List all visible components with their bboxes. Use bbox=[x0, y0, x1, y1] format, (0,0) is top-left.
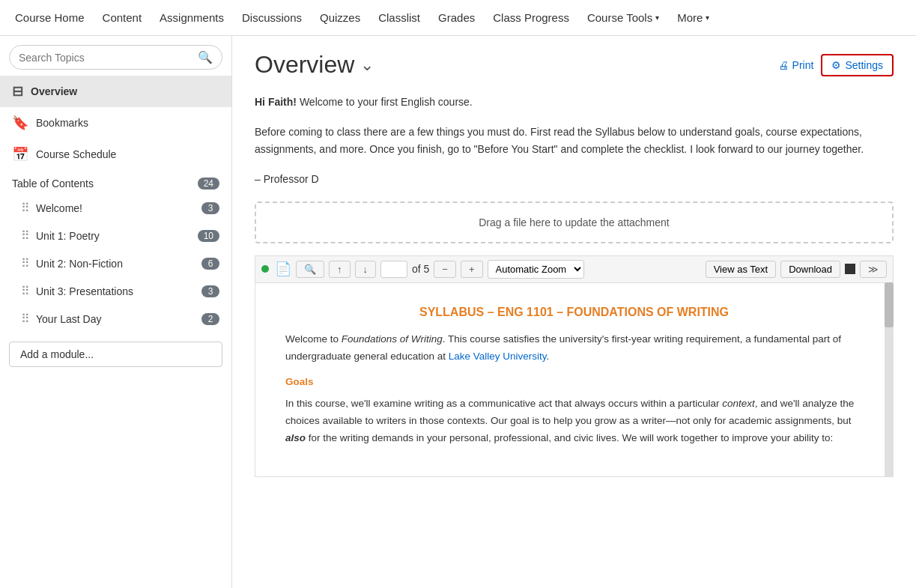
top-navigation: Course Home Content Assignments Discussi… bbox=[0, 0, 916, 36]
zoom-out-button[interactable]: − bbox=[434, 261, 456, 278]
nav-course-home[interactable]: Course Home bbox=[6, 0, 94, 36]
print-button[interactable]: 🖨 Print bbox=[778, 59, 814, 71]
bookmarks-icon: 🔖 bbox=[12, 115, 28, 131]
welcome-message: Hi Faith! Welcome to your first English … bbox=[255, 94, 894, 110]
drag-handle-icon: ⠿ bbox=[21, 256, 30, 270]
drag-handle-icon: ⠿ bbox=[21, 228, 30, 243]
module-item-welcome[interactable]: ⠿ Welcome! 3 bbox=[0, 194, 231, 222]
black-square-icon bbox=[845, 264, 855, 274]
module-item-nonfiction[interactable]: ⠿ Unit 2: Non-Fiction 6 bbox=[0, 249, 231, 277]
sidebar-item-label-schedule: Course Schedule bbox=[36, 148, 116, 160]
goals-heading: Goals bbox=[285, 374, 863, 391]
total-pages-text: of 5 bbox=[412, 263, 429, 275]
settings-button[interactable]: ⚙ Settings bbox=[821, 54, 894, 76]
module-badge-presentations: 3 bbox=[201, 285, 219, 297]
header-actions: 🖨 Print ⚙ Settings bbox=[778, 54, 894, 76]
expand-icon[interactable]: ≫ bbox=[860, 261, 887, 278]
welcome-bold: Hi Faith! bbox=[255, 96, 297, 108]
module-label-welcome: Welcome! bbox=[36, 202, 82, 214]
download-button[interactable]: Download bbox=[780, 261, 840, 278]
nav-course-tools[interactable]: Course Tools ▾ bbox=[578, 0, 668, 36]
module-badge-lastday: 2 bbox=[201, 313, 219, 325]
main-content-area: Overview ⌄ 🖨 Print ⚙ Settings Hi Faith! … bbox=[232, 36, 916, 588]
drop-zone-text: Drag a file here to update the attachmen… bbox=[479, 216, 670, 228]
intro-text: Before coming to class there are a few t… bbox=[255, 124, 894, 157]
module-list: ⠿ Welcome! 3 ⠿ Unit 1: Poetry 10 ⠿ Unit … bbox=[0, 194, 231, 333]
sidebar-item-bookmarks[interactable]: 🔖 Bookmarks bbox=[0, 107, 231, 139]
schedule-icon: 📅 bbox=[12, 146, 28, 163]
nav-content[interactable]: Content bbox=[94, 0, 151, 36]
goals-text-1: In this course, we'll examine writing as… bbox=[285, 398, 722, 409]
zoom-in-button[interactable]: + bbox=[461, 261, 483, 278]
intro-text-1: Welcome to bbox=[285, 333, 342, 345]
pdf-wrapper: SYLLABUS – ENG 1101 – FOUNDATIONS OF WRI… bbox=[255, 282, 894, 477]
module-label-nonfiction: Unit 2: Non-Fiction bbox=[36, 258, 123, 270]
sidebar-nav: ⊟ Overview 🔖 Bookmarks 📅 Course Schedule bbox=[0, 76, 231, 170]
welcome-text: Welcome to your first English course. bbox=[297, 96, 473, 108]
search-input[interactable] bbox=[19, 52, 198, 64]
scroll-down-button[interactable]: ↓ bbox=[355, 261, 377, 278]
drop-zone[interactable]: Drag a file here to update the attachmen… bbox=[255, 201, 894, 243]
module-item-presentations[interactable]: ⠿ Unit 3: Presentations 3 bbox=[0, 277, 231, 305]
print-icon: 🖨 bbox=[778, 59, 789, 71]
signature-block: – Professor D bbox=[255, 171, 894, 187]
scroll-up-button[interactable]: ↑ bbox=[329, 261, 351, 278]
toc-label: Table of Contents bbox=[12, 178, 94, 190]
pdf-intro: Welcome to Foundations of Writing. This … bbox=[285, 331, 863, 366]
drag-handle-icon: ⠿ bbox=[21, 284, 30, 298]
nav-classlist[interactable]: Classlist bbox=[369, 0, 429, 36]
main-layout: 🔍 ⊟ Overview 🔖 Bookmarks 📅 Course Schedu… bbox=[0, 36, 916, 588]
course-tools-arrow-icon: ▾ bbox=[655, 13, 659, 22]
zoom-select[interactable]: Automatic Zoom Actual Size Page Fit Page… bbox=[488, 260, 584, 279]
nav-assignments[interactable]: Assignments bbox=[151, 0, 233, 36]
nav-discussions[interactable]: Discussions bbox=[233, 0, 311, 36]
green-dot-indicator bbox=[261, 265, 269, 273]
view-as-text-button[interactable]: View as Text bbox=[706, 261, 777, 278]
drag-handle-icon: ⠿ bbox=[21, 201, 30, 215]
nav-more[interactable]: More ▾ bbox=[668, 0, 718, 36]
intro-text-3: . bbox=[546, 351, 549, 362]
module-item-lastday[interactable]: ⠿ Your Last Day 2 bbox=[0, 305, 231, 333]
pdf-scrollbar-thumb[interactable] bbox=[885, 282, 894, 327]
nav-grades[interactable]: Grades bbox=[429, 0, 484, 36]
search-button[interactable]: 🔍 bbox=[198, 50, 213, 64]
module-badge-poetry: 10 bbox=[198, 230, 219, 242]
signature-text: – Professor D bbox=[255, 171, 894, 187]
pdf-document-title: SYLLABUS – ENG 1101 – FOUNDATIONS OF WRI… bbox=[285, 306, 863, 319]
toc-badge: 24 bbox=[198, 178, 219, 190]
intro-link: Lake Valley University bbox=[449, 351, 547, 362]
add-module-button[interactable]: Add a module... bbox=[9, 342, 222, 367]
title-chevron-icon[interactable]: ⌄ bbox=[360, 55, 374, 75]
pdf-scrollbar[interactable] bbox=[885, 282, 894, 477]
pdf-toolbar: 📄 🔍 ↑ ↓ 1 of 5 − + Automatic Zoom Actual… bbox=[255, 255, 894, 282]
module-badge-nonfiction: 6 bbox=[201, 258, 219, 270]
module-item-poetry[interactable]: ⠿ Unit 1: Poetry 10 bbox=[0, 222, 231, 249]
goals-end: for the writing demands in your personal… bbox=[306, 432, 833, 443]
sidebar-item-label-bookmarks: Bookmarks bbox=[36, 117, 88, 129]
zoom-search-button[interactable]: 🔍 bbox=[296, 261, 324, 278]
pdf-content: SYLLABUS – ENG 1101 – FOUNDATIONS OF WRI… bbox=[255, 282, 894, 477]
module-label-poetry: Unit 1: Poetry bbox=[36, 230, 100, 242]
nav-class-progress[interactable]: Class Progress bbox=[484, 0, 578, 36]
module-label-lastday: Your Last Day bbox=[36, 313, 101, 325]
nav-quizzes[interactable]: Quizzes bbox=[311, 0, 369, 36]
search-box[interactable]: 🔍 bbox=[9, 45, 222, 70]
intro-paragraph: Before coming to class there are a few t… bbox=[255, 124, 894, 157]
settings-gear-icon: ⚙ bbox=[831, 59, 841, 71]
module-label-presentations: Unit 3: Presentations bbox=[36, 285, 133, 297]
page-number-input[interactable]: 1 bbox=[380, 261, 407, 278]
drag-handle-icon: ⠿ bbox=[21, 312, 30, 326]
sidebar: 🔍 ⊟ Overview 🔖 Bookmarks 📅 Course Schedu… bbox=[0, 36, 232, 588]
sidebar-item-course-schedule[interactable]: 📅 Course Schedule bbox=[0, 139, 231, 170]
sidebar-item-overview[interactable]: ⊟ Overview bbox=[0, 76, 231, 107]
pdf-icon: 📄 bbox=[275, 261, 291, 277]
page-header: Overview ⌄ 🖨 Print ⚙ Settings bbox=[255, 51, 894, 79]
goals-text: In this course, we'll examine writing as… bbox=[285, 395, 863, 447]
overview-icon: ⊟ bbox=[12, 83, 23, 100]
toc-header: Table of Contents 24 bbox=[0, 170, 231, 194]
intro-italic: Foundations of Writing bbox=[342, 333, 443, 345]
module-badge-welcome: 3 bbox=[201, 202, 219, 214]
goals-italic: context bbox=[722, 398, 755, 409]
sidebar-item-label-overview: Overview bbox=[31, 85, 77, 97]
page-title: Overview ⌄ bbox=[255, 51, 374, 79]
